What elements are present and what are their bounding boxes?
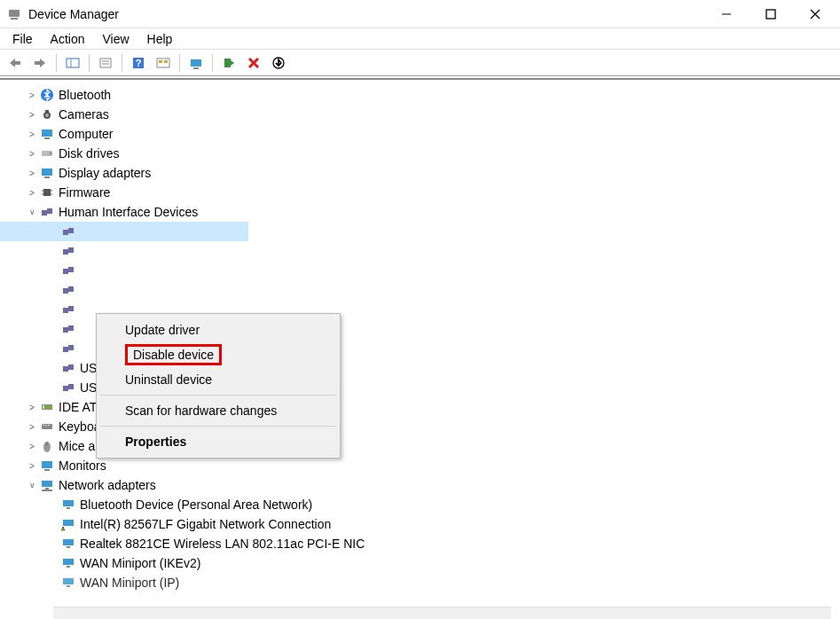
expand-icon[interactable]: > — [25, 188, 39, 198]
enable-device-button[interactable] — [217, 53, 240, 73]
expand-icon[interactable]: > — [25, 90, 39, 100]
expand-icon[interactable]: > — [25, 422, 39, 432]
menu-help[interactable]: Help — [140, 30, 180, 48]
svg-rect-21 — [193, 67, 199, 69]
svg-rect-83 — [67, 546, 70, 548]
svg-rect-79 — [63, 520, 74, 526]
ctx-disable-device[interactable]: Disable device — [97, 342, 340, 367]
svg-rect-72 — [42, 461, 52, 468]
tree-label: WAN Miniport (IKEv2) — [80, 556, 200, 570]
svg-rect-75 — [45, 488, 49, 490]
forward-button[interactable] — [28, 53, 51, 73]
mouse-icon — [39, 439, 55, 453]
svg-rect-67 — [43, 425, 44, 426]
ctx-scan-hardware[interactable]: Scan for hardware changes — [97, 398, 340, 423]
tree-label: Human Interface Devices — [59, 205, 198, 219]
svg-rect-22 — [224, 59, 231, 67]
tree-node-net-wan1[interactable]: WAN Miniport (IKEv2) — [0, 553, 840, 573]
update-driver-button[interactable] — [184, 53, 208, 73]
svg-rect-78 — [67, 507, 70, 509]
svg-rect-7 — [15, 61, 20, 65]
tree-node-net-realtek[interactable]: Realtek 8821CE Wireless LAN 802.11ac PCI… — [0, 534, 840, 553]
expand-icon[interactable]: > — [25, 110, 39, 120]
svg-rect-33 — [42, 129, 52, 137]
expand-icon[interactable]: > — [25, 442, 39, 451]
svg-rect-48 — [63, 249, 68, 255]
svg-rect-57 — [68, 325, 74, 331]
toolbar: ? — [0, 50, 840, 76]
monitor-icon — [39, 458, 55, 473]
tree-node-computer[interactable]: > Computer — [0, 124, 840, 144]
tree-node-hid[interactable]: ∨ Human Interface Devices — [0, 202, 840, 222]
device-tree[interactable]: > Bluetooth > Cameras > Computer > Disk … — [0, 80, 840, 610]
chip-icon — [39, 185, 55, 200]
ctx-properties[interactable]: Properties — [97, 429, 340, 454]
expand-icon[interactable]: > — [25, 461, 39, 471]
disable-device-button[interactable] — [267, 53, 290, 73]
tree-node-network[interactable]: ∨ Network adapters — [0, 475, 840, 495]
tree-label: Bluetooth Device (Personal Area Network) — [80, 498, 312, 512]
tree-node-net-bt[interactable]: Bluetooth Device (Personal Area Network) — [0, 495, 840, 514]
tree-node-hid-child[interactable] — [0, 261, 840, 280]
tree-node-hid-child[interactable] — [0, 280, 840, 300]
uninstall-device-button[interactable] — [242, 53, 265, 73]
menu-action[interactable]: Action — [43, 30, 92, 48]
expand-icon[interactable]: > — [25, 149, 39, 159]
menu-file[interactable]: File — [5, 30, 40, 48]
disk-icon — [39, 146, 55, 161]
camera-icon — [39, 107, 55, 121]
monitor-icon — [39, 127, 55, 141]
collapse-icon[interactable]: ∨ — [25, 208, 39, 216]
tree-node-monitors[interactable]: > Monitors — [0, 456, 840, 475]
tree-node-cameras[interactable]: > Cameras — [0, 105, 840, 124]
show-hide-console-button[interactable] — [61, 53, 84, 73]
svg-text:?: ? — [136, 58, 142, 68]
help-button[interactable]: ? — [127, 53, 150, 73]
svg-rect-59 — [68, 345, 74, 350]
properties-button[interactable] — [94, 53, 117, 73]
tree-label: Disk drives — [59, 146, 119, 161]
tree-node-hid-child-selected[interactable] — [0, 222, 840, 241]
tree-node-hid-child[interactable] — [0, 241, 840, 261]
svg-rect-65 — [43, 405, 44, 409]
svg-rect-37 — [42, 168, 52, 176]
hid-icon — [60, 244, 76, 258]
expand-icon[interactable]: > — [25, 129, 39, 139]
tree-node-disk-drives[interactable]: > Disk drives — [0, 144, 840, 163]
tree-label: Realtek 8821CE Wireless LAN 802.11ac PCI… — [80, 537, 365, 551]
ide-icon — [39, 400, 55, 414]
expand-icon[interactable]: > — [25, 403, 39, 412]
svg-rect-44 — [42, 210, 47, 215]
ctx-update-driver[interactable]: Update driver — [97, 317, 340, 342]
expand-icon[interactable]: > — [25, 168, 39, 178]
scan-hardware-button[interactable] — [152, 53, 175, 73]
horizontal-scrollbar[interactable] — [53, 607, 831, 619]
network-adapter-warning-icon: ! — [60, 517, 76, 531]
hid-icon — [60, 380, 76, 395]
tree-label: Computer — [59, 127, 113, 141]
maximize-button[interactable] — [758, 2, 783, 27]
tree-label: Display adapters — [59, 166, 151, 180]
svg-rect-68 — [45, 425, 47, 426]
tree-node-net-wan2[interactable]: WAN Miniport (IP) — [0, 573, 840, 592]
tree-node-bluetooth[interactable]: > Bluetooth — [0, 85, 840, 105]
close-button[interactable] — [803, 2, 828, 27]
hid-icon — [60, 361, 76, 375]
ctx-uninstall-device[interactable]: Uninstall device — [97, 367, 340, 392]
svg-rect-54 — [63, 308, 68, 313]
network-icon — [39, 478, 55, 492]
svg-rect-74 — [42, 481, 52, 487]
hid-icon — [60, 263, 76, 278]
tree-node-firmware[interactable]: > Firmware — [0, 183, 840, 202]
minimize-button[interactable] — [714, 2, 739, 27]
collapse-icon[interactable]: ∨ — [25, 481, 39, 490]
svg-marker-23 — [231, 60, 234, 66]
svg-rect-18 — [159, 60, 162, 63]
svg-rect-53 — [68, 286, 74, 292]
menu-view[interactable]: View — [95, 30, 136, 48]
svg-rect-9 — [35, 61, 40, 65]
tree-node-net-intel[interactable]: ! Intel(R) 82567LF Gigabit Network Conne… — [0, 514, 840, 534]
svg-rect-10 — [67, 59, 79, 67]
tree-node-display-adapters[interactable]: > Display adapters — [0, 163, 840, 183]
back-button[interactable] — [4, 53, 27, 73]
